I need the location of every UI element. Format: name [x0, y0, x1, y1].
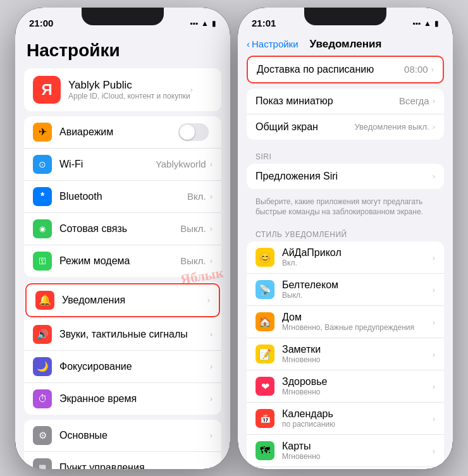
siri-label: Предложения Siri — [256, 171, 433, 182]
sounds-icon: 🔊 — [33, 325, 52, 344]
nav-bar: ‹ Настройки Уведомления — [238, 35, 453, 56]
system-section: 🔔 Уведомления › 🔊 Звуки, тактильные сигн… — [24, 282, 221, 415]
app-row-notes[interactable]: 📝 Заметки Мгновенно › — [247, 338, 444, 370]
health-name: Здоровье Мгновенно — [282, 376, 433, 396]
connectivity-section: ✈ Авиарежим ⊙ Wi-Fi Yablykworld › — [24, 116, 221, 277]
app-row-health[interactable]: ❤ Здоровье Мгновенно › — [247, 370, 444, 403]
profile-icon: Я — [33, 76, 61, 104]
profile-sub: Apple ID, iCloud, контент и покупки — [68, 92, 190, 101]
settings-row-general[interactable]: ⚙ Основные › — [24, 420, 221, 452]
settings-row-notifications[interactable]: 🔔 Уведомления › — [25, 283, 220, 317]
focus-content: Фокусирование — [59, 361, 210, 372]
wifi-label: Wi-Fi — [59, 159, 156, 170]
airplane-label: Авиарежим — [59, 126, 178, 138]
airplane-toggle[interactable] — [178, 123, 209, 141]
sounds-content: Звуки, тактильные сигналы — [59, 329, 210, 340]
cellular-chevron: › — [210, 224, 212, 233]
calendar-icon: 📅 — [256, 409, 274, 428]
general-icon: ⚙ — [33, 426, 52, 445]
style-section-header: СТИЛЬ УВЕДОМЛЕНИЙ — [238, 223, 453, 241]
wifi-content: Wi-Fi — [59, 159, 156, 170]
sounds-chevron: › — [210, 329, 212, 339]
battery-icon-r: ▮ — [434, 19, 439, 28]
apps-section: 😊 АйДаПрикол Вкл. › 📡 Белтелеком Выкл. › — [247, 241, 444, 468]
siri-hint: Выберите, какие приложения могут предлаг… — [238, 194, 453, 223]
hotspot-icon: ⚿ — [33, 252, 52, 271]
maps-icon: 🗺 — [256, 441, 274, 460]
bluetooth-content: Bluetooth — [59, 191, 187, 202]
app-row-appletv[interactable]: ⌨ Клавиатура Apple TV Мгновенно › — [247, 467, 444, 468]
notes-name: Заметки Мгновенно — [282, 344, 433, 364]
notifications-content: Уведомления — [62, 295, 207, 306]
profile-chevron: › — [190, 85, 193, 94]
general-section: ⚙ Основные › ▦ Пункт управления › AA — [24, 420, 221, 469]
screen-chevron: › — [433, 122, 435, 131]
siri-row[interactable]: Предложения Siri › — [247, 164, 444, 189]
wifi-chevron: › — [210, 159, 212, 169]
settings-row-sounds[interactable]: 🔊 Звуки, тактильные сигналы › — [24, 319, 221, 351]
airplane-content: Авиарежим — [59, 126, 178, 138]
time-right: 21:01 — [252, 18, 276, 28]
right-phone: 21:01 ▪▪▪ ▲ ▮ ‹ Настройки Уведомления До… — [238, 8, 453, 469]
settings-screen: Настройки Я Yablyk Public Apple ID, iClo… — [15, 35, 230, 469]
siri-chevron: › — [433, 171, 435, 181]
wifi-icon: ▲ — [201, 19, 209, 28]
settings-row-cellular[interactable]: ◉ Сотовая связь Выкл. › — [24, 213, 221, 245]
app-row-aidaprikol[interactable]: 😊 АйДаПрикол Вкл. › — [247, 241, 444, 274]
control-label: Пункт управления — [59, 462, 210, 469]
app-row-dom[interactable]: 🏠 Дом Мгновенно, Важные предупреждения › — [247, 306, 444, 338]
notch-left — [82, 8, 164, 25]
screentime-chevron: › — [210, 394, 212, 403]
notifications-chevron: › — [207, 295, 210, 305]
thumbnails-chevron: › — [433, 96, 435, 106]
bluetooth-chevron: › — [210, 192, 212, 201]
bluetooth-value: Вкл. — [187, 191, 206, 202]
thumbnails-row[interactable]: Показ миниатюр Всегда › — [247, 88, 444, 114]
dom-name: Дом Мгновенно, Важные предупреждения — [282, 312, 433, 332]
beltelecom-name: Белтелеком Выкл. — [282, 279, 433, 300]
settings-row-bluetooth[interactable]: * Bluetooth Вкл. › — [24, 181, 221, 213]
siri-section: Предложения Siri › — [247, 164, 444, 189]
hotspot-label: Режим модема — [59, 255, 180, 267]
health-icon: ❤ — [256, 377, 274, 396]
siri-section-header: SIRI — [238, 145, 453, 164]
notifications-label: Уведомления — [62, 295, 207, 306]
left-phone: 21:00 ▪▪▪ ▲ ▮ Настройки Я Yablyk Public … — [15, 8, 230, 469]
hotspot-content: Режим модема — [59, 255, 180, 267]
wifi-icon-r: ▲ — [424, 19, 431, 28]
screentime-label: Экранное время — [59, 393, 210, 405]
time-left: 21:00 — [29, 18, 53, 28]
maps-name: Карты Мгновенно — [282, 441, 433, 461]
general-content: Основные — [59, 430, 210, 441]
screen-label: Общий экран — [256, 121, 354, 133]
notch-right — [304, 8, 386, 25]
app-row-calendar[interactable]: 📅 Календарь по расписанию › — [247, 403, 444, 435]
profile-row[interactable]: Я Yablyk Public Apple ID, iCloud, контен… — [24, 68, 221, 111]
settings-title: Настройки — [15, 35, 230, 68]
battery-icon: ▮ — [212, 19, 216, 28]
profile-info: Yablyk Public Apple ID, iCloud, контент … — [68, 79, 190, 101]
dom-icon: 🏠 — [256, 312, 274, 331]
notifications-screen: Доставка по расписанию 08:00 › Показ мин… — [238, 56, 453, 469]
settings-row-wifi[interactable]: ⊙ Wi-Fi Yablykworld › — [24, 149, 221, 181]
hotspot-chevron: › — [210, 256, 212, 265]
wifi-value: Yablykworld — [156, 159, 206, 169]
delivery-section-highlighted: Доставка по расписанию 08:00 › — [247, 56, 444, 83]
screentime-content: Экранное время — [59, 393, 210, 405]
focus-icon: 🌙 — [33, 357, 52, 376]
app-row-beltelecom[interactable]: 📡 Белтелеком Выкл. › — [247, 274, 444, 306]
aidaprikol-name: АйДаПрикол Вкл. — [282, 247, 433, 267]
notifications-icon: 🔔 — [35, 291, 54, 310]
wifi-row-icon: ⊙ — [33, 155, 52, 174]
thumbnails-value: Всегда — [399, 95, 429, 106]
delivery-row[interactable]: Доставка по расписанию 08:00 › — [248, 57, 443, 82]
settings-row-focus[interactable]: 🌙 Фокусирование › — [24, 351, 221, 383]
settings-row-hotspot[interactable]: ⚿ Режим модема Выкл. › — [24, 245, 221, 277]
settings-row-screentime[interactable]: ⏱ Экранное время › — [24, 383, 221, 415]
nav-title: Уведомления — [310, 38, 382, 51]
settings-row-control[interactable]: ▦ Пункт управления › — [24, 452, 221, 469]
app-row-maps[interactable]: 🗺 Карты Мгновенно › — [247, 435, 444, 467]
screen-row[interactable]: Общий экран Уведомления выкл. › — [247, 114, 444, 140]
back-button[interactable]: ‹ Настройки — [247, 39, 299, 49]
settings-row-airplane[interactable]: ✈ Авиарежим — [24, 116, 221, 149]
